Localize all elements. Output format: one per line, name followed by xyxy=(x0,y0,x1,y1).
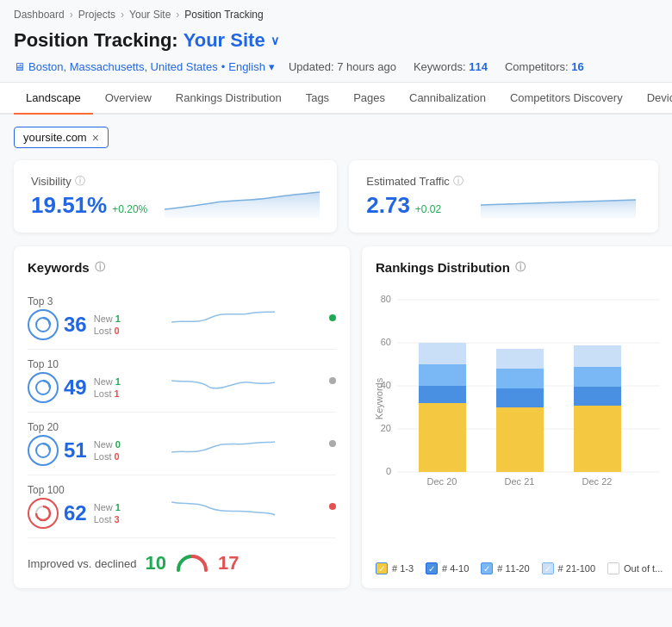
breadcrumb: Dashboard › Projects › Your Site › Posit… xyxy=(0,0,672,26)
page-title-prefix: Position Tracking: xyxy=(14,29,178,52)
kw-sparkline-top20 xyxy=(131,426,315,461)
keyword-row-top10: Top 10 49 New 1 Lost xyxy=(28,350,336,413)
bar-dec21-21-100 xyxy=(496,349,544,369)
legend-checkbox-1-3[interactable]: ✓ xyxy=(376,562,388,574)
legend-4-10: ✓ # 4-10 xyxy=(426,562,469,574)
bar-dec22-1-3 xyxy=(574,406,621,472)
rankings-card-title: Rankings Distribution ⓘ xyxy=(376,260,669,275)
chart-legend: ✓ # 1-3 ✓ # 4-10 ✓ # 11-20 xyxy=(376,562,669,574)
breadcrumb-sep-3: › xyxy=(176,9,179,21)
site-dropdown-icon[interactable]: ∨ xyxy=(271,34,279,47)
competitors-meta: Competitors: 16 xyxy=(505,60,584,73)
kw-sparkline-top3 xyxy=(131,301,315,335)
keyword-row-top100: Top 100 62 New 1 Lost xyxy=(28,475,336,538)
kw-circle-top3 xyxy=(28,309,59,340)
bar-dec20-21-100 xyxy=(419,343,466,364)
tab-rankings-distribution[interactable]: Rankings Distribution xyxy=(164,83,294,115)
visibility-card: Visibility ⓘ 19.51% +0.20% xyxy=(14,160,337,233)
tab-tags[interactable]: Tags xyxy=(294,83,341,115)
bar-dec21-4-10 xyxy=(496,388,544,407)
keyword-row-top3: Top 3 36 New 1 Lost xyxy=(28,287,336,350)
kw-badges-top20: New 0 Lost 0 xyxy=(94,439,121,462)
kw-circle-top20 xyxy=(28,435,59,466)
traffic-chart xyxy=(481,175,641,218)
tab-cannibalization[interactable]: Cannibalization xyxy=(397,83,498,115)
visibility-value: 19.51% +0.20% xyxy=(31,192,147,219)
kw-label-top100: Top 100 xyxy=(28,484,121,496)
visibility-info-icon[interactable]: ⓘ xyxy=(75,174,85,189)
legend-out-of: Out of t... xyxy=(607,562,663,574)
bar-dec21-11-20 xyxy=(496,369,544,388)
kw-circle-top10 xyxy=(28,372,59,403)
svg-text:Keywords: Keywords xyxy=(376,377,384,419)
tab-competitors-discovery[interactable]: Competitors Discovery xyxy=(498,83,635,115)
filter-tag-label: yoursite.com xyxy=(23,131,87,144)
keyword-row-top20: Top 20 51 New 0 Lost xyxy=(28,413,336,475)
filter-bar: yoursite.com × xyxy=(14,127,658,148)
breadcrumb-sep-1: › xyxy=(70,9,73,21)
declined-count: 17 xyxy=(218,552,239,574)
language-text: English xyxy=(228,60,265,73)
traffic-info-icon[interactable]: ⓘ xyxy=(453,174,464,189)
filter-remove-button[interactable]: × xyxy=(92,132,99,144)
visibility-chart xyxy=(165,175,320,218)
kw-count-top100: 62 xyxy=(64,501,87,525)
breadcrumb-your-site[interactable]: Your Site xyxy=(129,9,171,21)
page-title-bar: Position Tracking: Your Site ∨ xyxy=(0,26,672,60)
location-selector[interactable]: 🖥 Boston, Massachusetts, United States •… xyxy=(14,60,275,73)
kw-count-top20: 51 xyxy=(64,438,87,462)
improved-row: Improved vs. declined 10 17 xyxy=(28,542,336,574)
legend-checkbox-out-of[interactable] xyxy=(607,562,619,574)
bar-dec22-21-100 xyxy=(574,345,621,367)
rankings-info-icon[interactable]: ⓘ xyxy=(515,260,526,275)
bar-dec20-1-3 xyxy=(419,403,466,472)
bar-dec22-4-10 xyxy=(574,387,621,406)
svg-text:20: 20 xyxy=(381,423,391,433)
svg-text:Dec 21: Dec 21 xyxy=(505,476,535,487)
kw-dot-top20 xyxy=(329,440,336,447)
keywords-card-title: Keywords ⓘ xyxy=(28,260,336,275)
legend-checkbox-4-10[interactable]: ✓ xyxy=(426,562,438,574)
traffic-label: Estimated Traffic ⓘ xyxy=(366,174,464,189)
kw-label-top3: Top 3 xyxy=(28,295,121,307)
kw-badges-top3: New 1 Lost 0 xyxy=(94,314,121,336)
site-name[interactable]: Your Site xyxy=(184,29,265,52)
svg-text:80: 80 xyxy=(381,294,391,304)
legend-checkbox-11-20[interactable]: ✓ xyxy=(481,562,493,574)
breadcrumb-sep-2: › xyxy=(121,9,124,21)
rankings-card: Rankings Distribution ⓘ 80 60 40 20 0 Ke… xyxy=(362,246,672,588)
keywords-info-icon[interactable]: ⓘ xyxy=(95,260,105,275)
tab-pages[interactable]: Pages xyxy=(341,83,397,115)
kw-count-top10: 49 xyxy=(64,376,87,400)
breadcrumb-dashboard[interactable]: Dashboard xyxy=(14,9,65,21)
rankings-chart-svg: 80 60 40 20 0 Keywords xyxy=(376,287,669,545)
tab-overview[interactable]: Overview xyxy=(93,83,164,115)
bar-dec20-4-10 xyxy=(419,386,466,403)
nav-tabs: Landscape Overview Rankings Distribution… xyxy=(0,83,672,115)
kw-dot-top100 xyxy=(329,503,336,510)
bar-dec21-1-3 xyxy=(496,407,544,472)
kw-sparkline-top10 xyxy=(131,363,315,398)
main-row: Keywords ⓘ Top 3 36 New 1 xyxy=(14,246,658,588)
kw-dot-top10 xyxy=(329,377,336,384)
kw-badges-top10: New 1 Lost 1 xyxy=(94,376,121,399)
kw-dot-top3 xyxy=(329,314,336,321)
kw-circle-top100 xyxy=(28,498,59,529)
location-dropdown-icon: ▾ xyxy=(269,60,275,73)
visibility-change: +0.20% xyxy=(112,203,147,215)
breadcrumb-current: Position Tracking xyxy=(184,9,263,21)
visibility-label: Visibility ⓘ xyxy=(31,174,147,189)
improved-count: 10 xyxy=(145,552,165,574)
meta-bar: 🖥 Boston, Massachusetts, United States •… xyxy=(0,60,672,83)
kw-label-top20: Top 20 xyxy=(28,421,121,433)
kw-sparkline-top100 xyxy=(131,489,315,524)
kw-badges-top100: New 1 Lost 3 xyxy=(94,502,121,525)
legend-checkbox-21-100[interactable]: ✓ xyxy=(542,562,554,574)
tab-devices-location[interactable]: Devices & Location xyxy=(635,83,672,115)
legend-21-100: ✓ # 21-100 xyxy=(542,562,595,574)
breadcrumb-projects[interactable]: Projects xyxy=(78,9,115,21)
tab-landscape[interactable]: Landscape xyxy=(14,83,93,115)
legend-11-20: ✓ # 11-20 xyxy=(481,562,529,574)
legend-1-3: ✓ # 1-3 xyxy=(376,562,414,574)
traffic-card: Estimated Traffic ⓘ 2.73 +0.02 xyxy=(349,160,658,233)
